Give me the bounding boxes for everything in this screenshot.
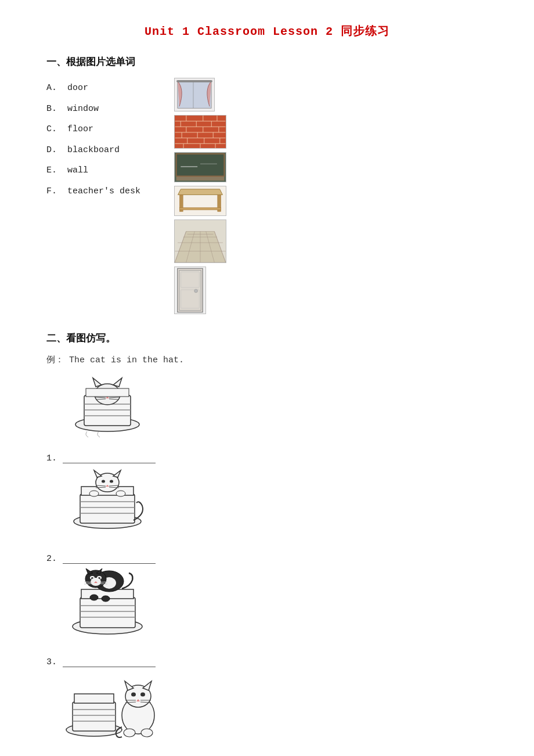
image-door2 — [174, 267, 206, 314]
vocab-item-b: B. window — [46, 99, 174, 120]
image-blackboard — [174, 152, 226, 182]
page-title: Unit 1 Classroom Lesson 2 同步练习 — [46, 23, 488, 39]
vocab-image-area: A. door B. window C. floor D. blackboard… — [46, 78, 488, 314]
image-wall — [174, 115, 226, 149]
svg-point-78 — [110, 480, 113, 483]
exercise-3-illustration — [64, 672, 488, 744]
svg-marker-118 — [143, 681, 151, 690]
vocab-item-a: A. door — [46, 78, 174, 99]
cat-beside-hat-3 — [64, 672, 163, 741]
exercise-2-number: 2. — [46, 553, 488, 564]
vocab-item-f: F. teacher's desk — [46, 181, 174, 202]
image-floor — [174, 219, 226, 263]
example-label: 例： — [46, 355, 64, 365]
exercise-item-3: 3. — [46, 657, 488, 744]
svg-point-108 — [102, 596, 110, 602]
section-one-header: 一、根据图片选单词 — [46, 55, 488, 69]
svg-rect-28 — [176, 154, 225, 176]
svg-point-127 — [141, 729, 153, 737]
exercise-item-1: 1. — [46, 453, 488, 537]
exercise-1-number: 1. — [46, 453, 488, 463]
svg-rect-29 — [176, 176, 225, 181]
exercise-2-illustration — [64, 568, 488, 640]
svg-rect-67 — [86, 388, 129, 397]
example-sentence: The cat is in the hat. — [69, 355, 184, 365]
example-line: 例： The cat is in the hat. — [46, 354, 488, 365]
svg-rect-87 — [80, 597, 135, 628]
svg-marker-117 — [125, 681, 134, 690]
section-two: 二、看图仿写。 例： The cat is in the hat. — [46, 332, 488, 744]
svg-point-107 — [90, 595, 98, 600]
write-line-1[interactable] — [63, 453, 156, 463]
cat-on-hat-2 — [64, 568, 157, 638]
svg-rect-114 — [74, 694, 114, 703]
svg-rect-69 — [80, 494, 135, 523]
svg-rect-48 — [179, 270, 201, 310]
svg-rect-3 — [176, 80, 212, 82]
section-two-header: 二、看图仿写。 — [46, 332, 488, 345]
images-column — [174, 78, 488, 314]
svg-marker-76 — [113, 470, 121, 477]
exercise-1-illustration — [64, 468, 488, 537]
svg-marker-58 — [93, 378, 102, 387]
section-one: 一、根据图片选单词 A. door B. window C. floor D. … — [46, 55, 488, 314]
write-line-3[interactable] — [63, 657, 156, 667]
cat-on-hat-1 — [64, 468, 154, 535]
cat-in-hat-example — [70, 372, 145, 439]
svg-marker-75 — [94, 470, 102, 477]
svg-rect-4 — [175, 116, 226, 148]
svg-point-120 — [140, 693, 145, 697]
svg-point-84 — [89, 491, 99, 496]
svg-point-126 — [124, 729, 135, 737]
svg-marker-59 — [113, 378, 122, 387]
exercise-3-number: 3. — [46, 657, 488, 667]
image-teachers-desk — [174, 186, 226, 216]
svg-point-85 — [116, 491, 125, 496]
svg-point-77 — [102, 480, 105, 483]
svg-rect-110 — [73, 702, 116, 731]
vocab-item-e: E. wall — [46, 160, 174, 181]
svg-rect-36 — [179, 208, 221, 210]
image-door — [174, 78, 215, 111]
vocab-item-c: C. floor — [46, 119, 174, 140]
vocab-list: A. door B. window C. floor D. blackboard… — [46, 78, 174, 314]
write-line-2[interactable] — [63, 553, 156, 564]
svg-marker-33 — [178, 189, 223, 195]
exercise-item-2: 2. — [46, 553, 488, 640]
example-illustration — [70, 372, 488, 441]
svg-point-119 — [131, 693, 136, 697]
vocab-item-d: D. blackboard — [46, 140, 174, 161]
